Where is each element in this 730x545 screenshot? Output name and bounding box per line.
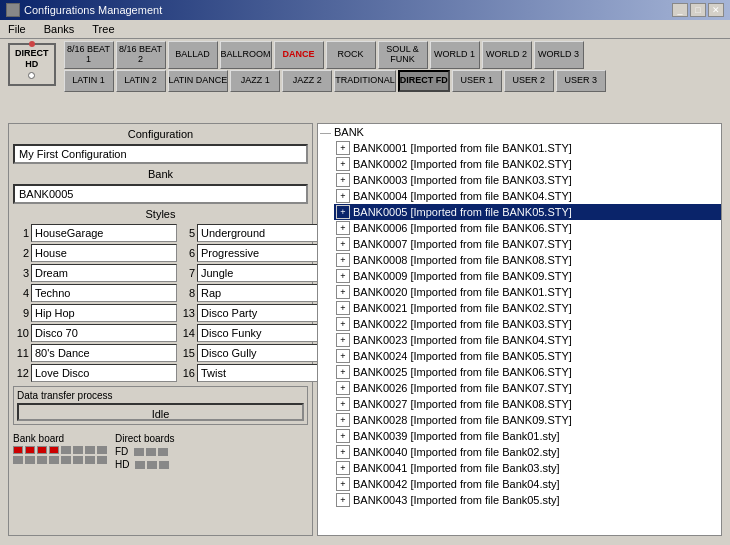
tree-item-BANK0009[interactable]: +BANK0009 [Imported from file BANK09.STY… <box>334 268 721 284</box>
kbd-btn-ballroom[interactable]: BALLROOM <box>220 41 272 69</box>
tree-item-BANK0028[interactable]: +BANK0028 [Imported from file BANK09.STY… <box>334 412 721 428</box>
bank-section-title: Bank <box>13 168 308 180</box>
bank-led-1 <box>25 446 35 454</box>
tree-item-BANK0043[interactable]: +BANK0043 [Imported from file Bank05.sty… <box>334 492 721 508</box>
expand-icon-BANK0005[interactable]: + <box>336 205 350 219</box>
bank-led2-3 <box>49 456 59 464</box>
right-panel[interactable]: — BANK +BANK0001 [Imported from file BAN… <box>317 123 722 536</box>
expand-icon-BANK0001[interactable]: + <box>336 141 350 155</box>
style-field-12[interactable] <box>31 364 177 382</box>
expand-icon-BANK0008[interactable]: + <box>336 253 350 267</box>
expand-icon-BANK0023[interactable]: + <box>336 333 350 347</box>
style-field-2[interactable] <box>31 244 177 262</box>
tree-item-BANK0042[interactable]: +BANK0042 [Imported from file Bank04.sty… <box>334 476 721 492</box>
maximize-button[interactable]: □ <box>690 3 706 17</box>
kbd-btn-8/16beat2[interactable]: 8/16 BEAT2 <box>116 41 166 69</box>
kbd-btn-world2[interactable]: WORLD 2 <box>482 41 532 69</box>
style-num-5: 5 <box>179 227 195 239</box>
config-input[interactable] <box>13 144 308 164</box>
close-button[interactable]: ✕ <box>708 3 724 17</box>
expand-icon-BANK0028[interactable]: + <box>336 413 350 427</box>
tree-item-BANK0023[interactable]: +BANK0023 [Imported from file BANK04.STY… <box>334 332 721 348</box>
app-icon <box>6 3 20 17</box>
tree-item-BANK0040[interactable]: +BANK0040 [Imported from file Bank02.sty… <box>334 444 721 460</box>
tree-item-BANK0002[interactable]: +BANK0002 [Imported from file BANK02.STY… <box>334 156 721 172</box>
kbd-btn-world1[interactable]: WORLD 1 <box>430 41 480 69</box>
kbd-btn-user1[interactable]: USER 1 <box>452 70 502 92</box>
expand-icon-BANK0002[interactable]: + <box>336 157 350 171</box>
kbd-btn-directfd[interactable]: DIRECT FD <box>398 70 450 92</box>
bank-led2-0 <box>13 456 23 464</box>
style-field-9[interactable] <box>31 304 177 322</box>
style-field-3[interactable] <box>31 264 177 282</box>
minimize-button[interactable]: _ <box>672 3 688 17</box>
style-field-11[interactable] <box>31 344 177 362</box>
tree-item-BANK0025[interactable]: +BANK0025 [Imported from file BANK06.STY… <box>334 364 721 380</box>
kbd-btn-latindance[interactable]: LATIN DANCE <box>168 70 229 92</box>
kbd-btn-world3[interactable]: WORLD 3 <box>534 41 584 69</box>
kbd-btn-latin1[interactable]: LATIN 1 <box>64 70 114 92</box>
tree-item-BANK0027[interactable]: +BANK0027 [Imported from file BANK08.STY… <box>334 396 721 412</box>
style-field-4[interactable] <box>31 284 177 302</box>
tree-label-BANK0004: BANK0004 [Imported from file BANK04.STY] <box>353 190 572 202</box>
kbd-btn-dance[interactable]: DANCE <box>274 41 324 69</box>
expand-icon-BANK0039[interactable]: + <box>336 429 350 443</box>
expand-icon-BANK0009[interactable]: + <box>336 269 350 283</box>
expand-icon-BANK0040[interactable]: + <box>336 445 350 459</box>
expand-icon-BANK0026[interactable]: + <box>336 381 350 395</box>
bank-led-4 <box>61 446 71 454</box>
style-num-6: 6 <box>179 247 195 259</box>
bank-input[interactable] <box>13 184 308 204</box>
tree-item-BANK0008[interactable]: +BANK0008 [Imported from file BANK08.STY… <box>334 252 721 268</box>
menu-file[interactable]: File <box>4 22 30 36</box>
expand-icon-BANK0027[interactable]: + <box>336 397 350 411</box>
tree-item-BANK0020[interactable]: +BANK0020 [Imported from file BANK01.STY… <box>334 284 721 300</box>
expand-icon-BANK0041[interactable]: + <box>336 461 350 475</box>
tree-item-BANK0003[interactable]: +BANK0003 [Imported from file BANK03.STY… <box>334 172 721 188</box>
kbd-btn-jazz1[interactable]: JAZZ 1 <box>230 70 280 92</box>
expand-icon-BANK0022[interactable]: + <box>336 317 350 331</box>
kbd-btn-rock[interactable]: ROCK <box>326 41 376 69</box>
style-row-left-1: 2 <box>13 244 177 262</box>
kbd-btn-soul&funk[interactable]: SOUL &FUNK <box>378 41 428 69</box>
expand-icon-BANK0003[interactable]: + <box>336 173 350 187</box>
tree-item-BANK0021[interactable]: +BANK0021 [Imported from file BANK02.STY… <box>334 300 721 316</box>
tree-item-BANK0039[interactable]: +BANK0039 [Imported from file Bank01.sty… <box>334 428 721 444</box>
tree-item-BANK0026[interactable]: +BANK0026 [Imported from file BANK07.STY… <box>334 380 721 396</box>
tree-item-BANK0004[interactable]: +BANK0004 [Imported from file BANK04.STY… <box>334 188 721 204</box>
kbd-btn-traditional[interactable]: TRADITIONAL <box>334 70 396 92</box>
expand-icon-BANK0021[interactable]: + <box>336 301 350 315</box>
tree-item-BANK0022[interactable]: +BANK0022 [Imported from file BANK03.STY… <box>334 316 721 332</box>
kbd-btn-jazz2[interactable]: JAZZ 2 <box>282 70 332 92</box>
kbd-btn-8/16beat1[interactable]: 8/16 BEAT1 <box>64 41 114 69</box>
tree-item-BANK0005[interactable]: +BANK0005 [Imported from file BANK05.STY… <box>334 204 721 220</box>
expand-icon-BANK0004[interactable]: + <box>336 189 350 203</box>
tree-item-BANK0001[interactable]: +BANK0001 [Imported from file BANK01.STY… <box>334 140 721 156</box>
fd-led-2 <box>158 448 168 456</box>
kbd-btn-user2[interactable]: USER 2 <box>504 70 554 92</box>
menu-tree[interactable]: Tree <box>88 22 118 36</box>
expand-icon-BANK0024[interactable]: + <box>336 349 350 363</box>
expand-icon-BANK0006[interactable]: + <box>336 221 350 235</box>
tree-item-BANK0007[interactable]: +BANK0007 [Imported from file BANK07.STY… <box>334 236 721 252</box>
kbd-btn-latin2[interactable]: LATIN 2 <box>116 70 166 92</box>
expand-icon-BANK0042[interactable]: + <box>336 477 350 491</box>
idle-status: Idle <box>17 403 304 421</box>
tree-item-BANK0041[interactable]: +BANK0041 [Imported from file Bank03.sty… <box>334 460 721 476</box>
tree-item-BANK0006[interactable]: +BANK0006 [Imported from file BANK06.STY… <box>334 220 721 236</box>
style-field-10[interactable] <box>31 324 177 342</box>
bank-led-2 <box>37 446 47 454</box>
bank-root-label: BANK <box>334 126 364 138</box>
expand-icon-BANK0020[interactable]: + <box>336 285 350 299</box>
expand-icon-BANK0025[interactable]: + <box>336 365 350 379</box>
expand-icon-BANK0007[interactable]: + <box>336 237 350 251</box>
kbd-btn-ballad[interactable]: BALLAD <box>168 41 218 69</box>
menu-banks[interactable]: Banks <box>40 22 79 36</box>
expand-icon-BANK0043[interactable]: + <box>336 493 350 507</box>
tree-item-BANK0024[interactable]: +BANK0024 [Imported from file BANK05.STY… <box>334 348 721 364</box>
kbd-btn-user3[interactable]: USER 3 <box>556 70 606 92</box>
bank-led2-6 <box>85 456 95 464</box>
style-row-left-7: 12 <box>13 364 177 382</box>
style-field-1[interactable] <box>31 224 177 242</box>
hd-led-2 <box>159 461 169 469</box>
